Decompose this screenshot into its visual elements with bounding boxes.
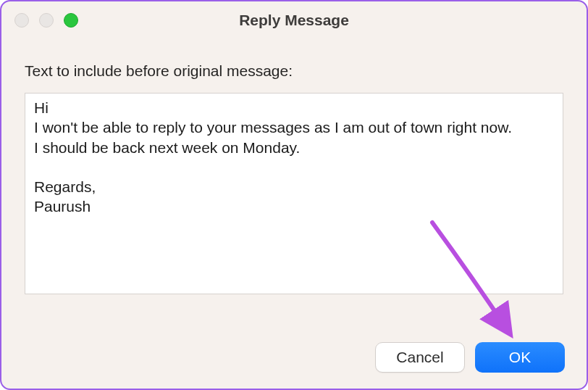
content-area: Text to include before original message: xyxy=(1,39,587,329)
ok-button[interactable]: OK xyxy=(475,342,565,373)
message-textarea[interactable] xyxy=(25,93,563,294)
close-window-button[interactable] xyxy=(14,13,29,28)
traffic-lights xyxy=(14,13,78,28)
minimize-window-button[interactable] xyxy=(39,13,54,28)
window-title: Reply Message xyxy=(1,12,587,29)
zoom-window-button[interactable] xyxy=(64,13,78,28)
titlebar: Reply Message xyxy=(1,1,587,39)
reply-message-window: Reply Message Text to include before ori… xyxy=(0,0,588,390)
message-label: Text to include before original message: xyxy=(25,62,563,80)
cancel-button[interactable]: Cancel xyxy=(375,342,465,373)
footer: Cancel OK xyxy=(1,329,587,389)
